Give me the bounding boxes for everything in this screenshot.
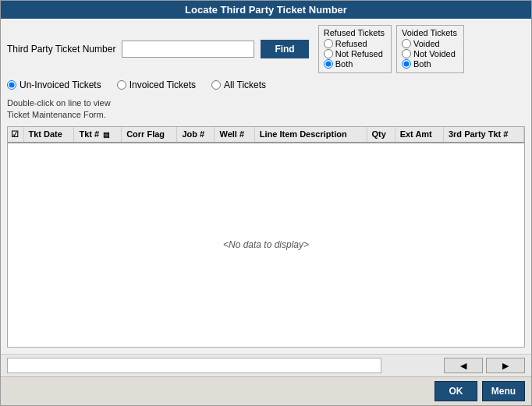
bottom-right-buttons: ◀ ▶ — [444, 358, 525, 373]
not-refused-label[interactable]: Not Refused — [335, 49, 383, 58]
ticket-label: Third Party Ticket Number — [7, 44, 115, 55]
voided-radio[interactable] — [402, 39, 411, 48]
col-tkt-num[interactable]: Tkt # ▤ — [74, 127, 122, 143]
line-item-desc-label: Line Item Description — [260, 129, 347, 139]
find-button[interactable]: Find — [261, 40, 308, 58]
menu-button[interactable]: Menu — [482, 381, 525, 401]
col-3rd-party-tkt[interactable]: 3rd Party Tkt # — [443, 127, 523, 143]
all-tickets-label[interactable]: All Tickets — [224, 79, 266, 90]
job-num-label: Job # — [182, 129, 204, 139]
hint-text: Double-click on line to view Ticket Main… — [7, 97, 525, 122]
both-refused-label[interactable]: Both — [335, 59, 353, 69]
window-title: Locate Third Party Ticket Number — [185, 4, 347, 16]
col-job-num[interactable]: Job # — [177, 127, 215, 143]
tkt-date-label: Tkt Date — [29, 129, 62, 139]
both-voided-radio[interactable] — [402, 59, 411, 69]
not-voided-radio[interactable] — [402, 49, 411, 58]
footer-bar: OK Menu — [1, 376, 531, 405]
ok-button[interactable]: OK — [434, 381, 477, 401]
voided-tickets-group: Voided Tickets Voided Not Voided Both — [396, 25, 464, 73]
well-num-label: Well # — [219, 129, 244, 139]
hint-line1: Double-click on line to view — [7, 98, 111, 108]
table-header-row: ☑ Tkt Date Tkt # ▤ Corr Flag — [8, 127, 524, 143]
ext-amt-label: Ext Amt — [400, 129, 432, 139]
no-data-message: <No data to display> — [8, 143, 524, 347]
all-tickets-row: All Tickets — [211, 79, 266, 90]
not-refused-radio[interactable] — [324, 49, 333, 58]
filter-groups: Refused Tickets Refused Not Refused Both — [318, 25, 464, 73]
refused-radio[interactable] — [324, 39, 333, 48]
corr-flag-label: Corr Flag — [126, 129, 165, 139]
col-ext-amt[interactable]: Ext Amt — [395, 127, 443, 143]
qty-label: Qty — [372, 129, 386, 139]
tkt-num-label: Tkt # — [79, 129, 99, 139]
bottom-bar: ◀ ▶ — [1, 354, 531, 376]
main-window: Locate Third Party Ticket Number Third P… — [0, 0, 532, 406]
not-voided-label[interactable]: Not Voided — [413, 49, 456, 58]
no-data-text: <No data to display> — [223, 239, 309, 250]
voided-group-title: Voided Tickets — [402, 28, 457, 37]
refused-group-title: Refused Tickets — [324, 28, 385, 37]
col-corr-flag[interactable]: Corr Flag — [122, 127, 177, 143]
both-refused-radio-row: Both — [324, 59, 385, 69]
third-party-tkt-label: 3rd Party Tkt # — [449, 129, 508, 139]
refused-radio-row: Refused — [324, 39, 385, 48]
refused-tickets-group: Refused Tickets Refused Not Refused Both — [318, 25, 392, 73]
sort-icon: ▤ — [103, 131, 110, 139]
uninvoiced-radio[interactable] — [7, 80, 16, 90]
content-area: Third Party Ticket Number Find Refused T… — [1, 19, 531, 354]
scroll-right-btn[interactable]: ▶ — [486, 358, 525, 373]
uninvoiced-row: Un-Invoiced Tickets — [7, 79, 101, 90]
invoiced-row: Invoiced Tickets — [117, 79, 196, 90]
both-refused-radio[interactable] — [324, 59, 333, 69]
both-voided-label[interactable]: Both — [413, 59, 431, 69]
not-refused-radio-row: Not Refused — [324, 49, 385, 58]
invoiced-label[interactable]: Invoiced Tickets — [129, 79, 196, 90]
title-bar: Locate Third Party Ticket Number — [1, 1, 531, 19]
col-well-num[interactable]: Well # — [215, 127, 254, 143]
voided-label[interactable]: Voided — [413, 39, 440, 48]
col-tkt-date[interactable]: Tkt Date — [23, 127, 74, 143]
hint-line2: Ticket Maintenance Form. — [7, 110, 106, 119]
voided-radio-row: Voided — [402, 39, 457, 48]
ticket-type-row: Un-Invoiced Tickets Invoiced Tickets All… — [7, 78, 525, 93]
not-voided-radio-row: Not Voided — [402, 49, 457, 58]
both-voided-radio-row: Both — [402, 59, 457, 69]
all-tickets-radio[interactable] — [211, 80, 221, 90]
refused-label[interactable]: Refused — [335, 39, 367, 48]
top-row: Third Party Ticket Number Find Refused T… — [7, 25, 525, 73]
data-table-container: ☑ Tkt Date Tkt # ▤ Corr Flag — [7, 126, 525, 348]
col-qty[interactable]: Qty — [367, 127, 395, 143]
col-flag[interactable]: ☑ — [8, 127, 23, 143]
bottom-input[interactable] — [7, 358, 381, 373]
scroll-left-btn[interactable]: ◀ — [444, 358, 483, 373]
ticket-number-input[interactable] — [122, 41, 254, 58]
invoiced-radio[interactable] — [117, 80, 126, 90]
uninvoiced-label[interactable]: Un-Invoiced Tickets — [20, 79, 101, 90]
col-line-item-desc[interactable]: Line Item Description — [254, 127, 367, 143]
flag-icon: ☑ — [11, 129, 19, 139]
data-table: ☑ Tkt Date Tkt # ▤ Corr Flag — [8, 127, 524, 143]
